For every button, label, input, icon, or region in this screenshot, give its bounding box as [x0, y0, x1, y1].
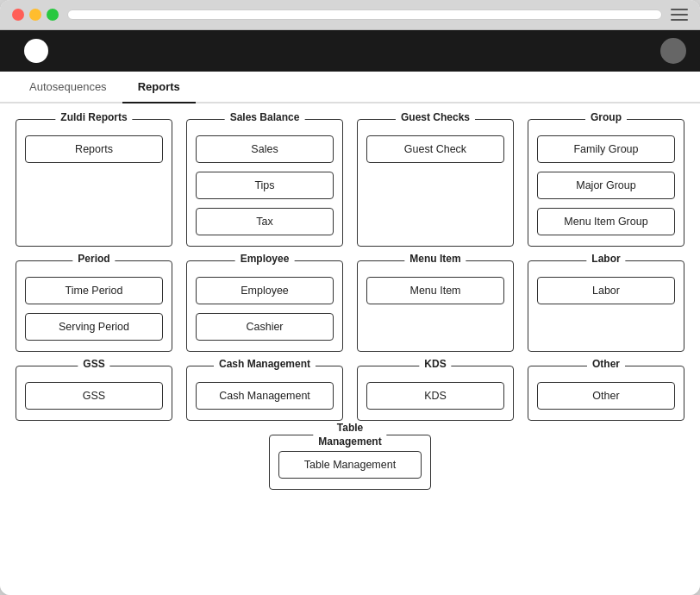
btn-serving-period[interactable]: Serving Period	[25, 313, 163, 341]
card-group-table-management: TableManagementTable Management	[269, 435, 431, 490]
btn-menu-item-group[interactable]: Menu Item Group	[537, 208, 675, 235]
card-group-zuldi-reports: Zuldi ReportsReports	[16, 119, 172, 247]
maximize-button[interactable]	[47, 9, 59, 21]
tabs-bar: Autosequences Reports	[0, 72, 700, 103]
card-group-period: PeriodTime PeriodServing Period	[16, 260, 172, 352]
card-group-title: Guest Checks	[396, 111, 475, 123]
card-group-menu-item: Menu ItemMenu Item	[357, 260, 514, 352]
btn-major-group[interactable]: Major Group	[537, 172, 675, 199]
card-group-title: Labor	[586, 253, 625, 265]
card-group-title: GSS	[78, 358, 109, 370]
card-group-kds: KDSKDS	[357, 366, 514, 421]
brand-logo	[24, 39, 48, 63]
card-group-title: Menu Item	[404, 253, 466, 265]
address-bar[interactable]	[67, 9, 662, 20]
card-group-labor: LaborLabor	[528, 260, 684, 352]
btn-gss[interactable]: GSS	[25, 382, 163, 410]
card-group-sales-balance: Sales BalanceSalesTipsTax	[186, 119, 343, 247]
card-group-title: Sales Balance	[225, 111, 305, 123]
close-button[interactable]	[12, 9, 24, 21]
tab-reports[interactable]: Reports	[122, 72, 196, 103]
tab-autosequences[interactable]: Autosequences	[14, 72, 122, 103]
btn-employee[interactable]: Employee	[196, 277, 334, 304]
traffic-lights	[12, 9, 59, 21]
card-group-title: KDS	[419, 358, 451, 370]
avatar[interactable]	[660, 38, 686, 64]
btn-guest-check[interactable]: Guest Check	[366, 135, 504, 163]
browser-chrome	[0, 0, 700, 30]
card-group-title: Period	[72, 253, 115, 265]
btn-tax[interactable]: Tax	[196, 208, 334, 235]
browser-window: Autosequences Reports Zuldi ReportsRepor…	[0, 0, 700, 595]
card-group-title: Other	[587, 358, 625, 370]
card-group-group: GroupFamily GroupMajor GroupMenu Item Gr…	[528, 119, 684, 247]
card-group-gss: GSSGSS	[16, 366, 172, 421]
card-group-title: Employee	[235, 253, 295, 265]
app-header	[0, 30, 700, 72]
btn-tips[interactable]: Tips	[196, 172, 334, 199]
main-content: Zuldi ReportsReportsSales BalanceSalesTi…	[0, 103, 700, 595]
btn-sales[interactable]: Sales	[196, 135, 334, 163]
card-group-title: Group	[585, 111, 627, 123]
card-group-cash-management: Cash ManagementCash Management	[186, 366, 343, 421]
card-group-guest-checks: Guest ChecksGuest Check	[357, 119, 514, 247]
row-4: TableManagementTable Management	[16, 435, 684, 490]
card-group-title: Cash Management	[214, 358, 316, 370]
btn-time-period[interactable]: Time Period	[25, 277, 163, 304]
row-2: PeriodTime PeriodServing PeriodEmployeeE…	[16, 260, 684, 352]
card-group-other: OtherOther	[528, 366, 684, 421]
row-1: Zuldi ReportsReportsSales BalanceSalesTi…	[16, 119, 684, 247]
btn-labor[interactable]: Labor	[537, 277, 675, 304]
btn-family-group[interactable]: Family Group	[537, 135, 675, 163]
minimize-button[interactable]	[29, 9, 41, 21]
card-group-employee: EmployeeEmployeeCashier	[186, 260, 343, 352]
btn-table-management[interactable]: Table Management	[278, 451, 422, 479]
hamburger-icon[interactable]	[671, 9, 688, 21]
btn-menu-item[interactable]: Menu Item	[366, 277, 504, 304]
btn-reports[interactable]: Reports	[25, 135, 163, 163]
row-3: GSSGSSCash ManagementCash ManagementKDSK…	[16, 366, 684, 421]
card-group-title: TableManagement	[313, 422, 386, 448]
btn-cashier[interactable]: Cashier	[196, 313, 334, 341]
btn-kds[interactable]: KDS	[366, 382, 504, 410]
card-group-title: Zuldi Reports	[55, 111, 132, 123]
btn-cash-management[interactable]: Cash Management	[196, 382, 334, 410]
btn-other[interactable]: Other	[537, 382, 675, 410]
